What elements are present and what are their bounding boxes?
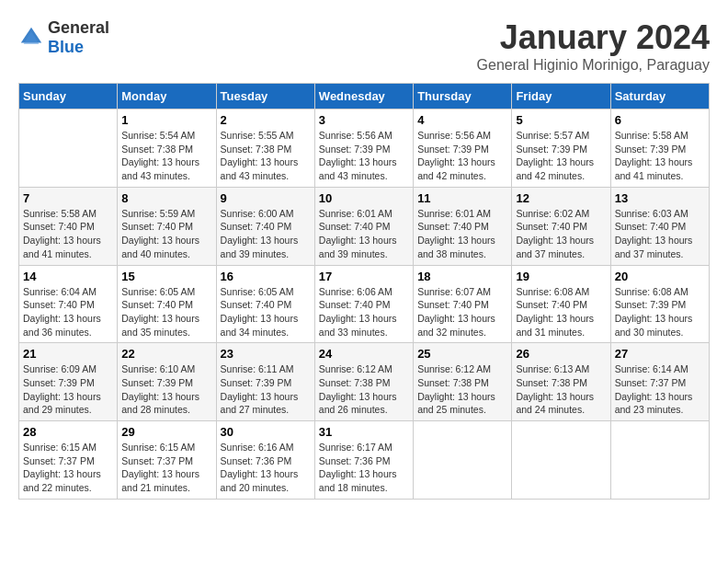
day-number: 4 <box>417 113 507 127</box>
day-info: Sunrise: 6:08 AMSunset: 7:40 PMDaylight:… <box>516 285 606 339</box>
day-info: Sunrise: 6:08 AMSunset: 7:39 PMDaylight:… <box>615 285 705 339</box>
calendar-cell: 26Sunrise: 6:13 AMSunset: 7:38 PMDayligh… <box>512 343 610 421</box>
calendar-cell: 8Sunrise: 5:59 AMSunset: 7:40 PMDaylight… <box>118 187 216 265</box>
day-info: Sunrise: 6:03 AMSunset: 7:40 PMDaylight:… <box>615 207 705 261</box>
day-info: Sunrise: 5:56 AMSunset: 7:39 PMDaylight:… <box>319 129 409 183</box>
day-number: 9 <box>221 191 311 205</box>
day-number: 30 <box>221 425 311 439</box>
calendar-cell <box>414 421 512 500</box>
header-wednesday: Wednesday <box>314 84 413 109</box>
main-title: January 2024 <box>477 18 710 57</box>
calendar-cell: 25Sunrise: 6:12 AMSunset: 7:38 PMDayligh… <box>414 343 512 421</box>
calendar-table: SundayMondayTuesdayWednesdayThursdayFrid… <box>18 83 710 500</box>
day-number: 12 <box>516 191 606 205</box>
calendar-cell: 28Sunrise: 6:15 AMSunset: 7:37 PMDayligh… <box>19 421 118 500</box>
day-info: Sunrise: 5:58 AMSunset: 7:40 PMDaylight:… <box>23 207 113 261</box>
calendar-cell: 22Sunrise: 6:10 AMSunset: 7:39 PMDayligh… <box>118 343 216 421</box>
day-info: Sunrise: 6:12 AMSunset: 7:38 PMDaylight:… <box>319 362 409 417</box>
day-number: 23 <box>221 347 311 361</box>
calendar-cell: 17Sunrise: 6:06 AMSunset: 7:40 PMDayligh… <box>314 265 413 343</box>
calendar-cell: 30Sunrise: 6:16 AMSunset: 7:36 PMDayligh… <box>216 421 314 500</box>
calendar-cell <box>610 421 709 500</box>
day-info: Sunrise: 6:01 AMSunset: 7:40 PMDaylight:… <box>417 207 507 261</box>
calendar-cell: 29Sunrise: 6:15 AMSunset: 7:37 PMDayligh… <box>118 421 216 500</box>
week-row-4: 21Sunrise: 6:09 AMSunset: 7:39 PMDayligh… <box>19 343 710 421</box>
calendar-cell: 18Sunrise: 6:07 AMSunset: 7:40 PMDayligh… <box>414 265 512 343</box>
day-info: Sunrise: 6:17 AMSunset: 7:36 PMDaylight:… <box>319 441 409 495</box>
day-info: Sunrise: 6:02 AMSunset: 7:40 PMDaylight:… <box>516 207 606 261</box>
day-info: Sunrise: 5:56 AMSunset: 7:39 PMDaylight:… <box>417 129 507 183</box>
calendar-cell: 15Sunrise: 6:05 AMSunset: 7:40 PMDayligh… <box>118 265 216 343</box>
day-number: 27 <box>615 347 705 361</box>
calendar-cell <box>19 109 118 188</box>
day-number: 20 <box>615 270 705 283</box>
logo-blue: Blue <box>48 38 84 56</box>
day-number: 21 <box>23 347 113 361</box>
calendar-cell: 3Sunrise: 5:56 AMSunset: 7:39 PMDaylight… <box>314 109 413 188</box>
calendar-cell: 20Sunrise: 6:08 AMSunset: 7:39 PMDayligh… <box>610 265 709 343</box>
subtitle: General Higinio Morinigo, Paraguay <box>477 57 710 74</box>
day-info: Sunrise: 6:15 AMSunset: 7:37 PMDaylight:… <box>121 441 211 495</box>
calendar-cell <box>512 421 610 500</box>
calendar-cell: 21Sunrise: 6:09 AMSunset: 7:39 PMDayligh… <box>19 343 118 421</box>
logo-general: General <box>48 18 109 37</box>
calendar-cell: 7Sunrise: 5:58 AMSunset: 7:40 PMDaylight… <box>19 187 118 265</box>
calendar-cell: 11Sunrise: 6:01 AMSunset: 7:40 PMDayligh… <box>414 187 512 265</box>
header-monday: Monday <box>118 84 216 109</box>
day-info: Sunrise: 5:54 AMSunset: 7:38 PMDaylight:… <box>121 129 211 183</box>
day-info: Sunrise: 6:15 AMSunset: 7:37 PMDaylight:… <box>23 441 113 495</box>
day-info: Sunrise: 6:00 AMSunset: 7:40 PMDaylight:… <box>221 207 311 261</box>
day-info: Sunrise: 6:07 AMSunset: 7:40 PMDaylight:… <box>417 285 507 339</box>
day-number: 8 <box>121 191 211 205</box>
day-info: Sunrise: 5:55 AMSunset: 7:38 PMDaylight:… <box>221 129 311 183</box>
day-number: 29 <box>121 425 211 439</box>
day-info: Sunrise: 6:09 AMSunset: 7:39 PMDaylight:… <box>23 362 113 417</box>
day-info: Sunrise: 6:01 AMSunset: 7:40 PMDaylight:… <box>319 207 409 261</box>
day-number: 25 <box>417 347 507 361</box>
week-row-5: 28Sunrise: 6:15 AMSunset: 7:37 PMDayligh… <box>19 421 710 500</box>
day-number: 31 <box>319 425 409 439</box>
week-row-2: 7Sunrise: 5:58 AMSunset: 7:40 PMDaylight… <box>19 187 710 265</box>
calendar-cell: 14Sunrise: 6:04 AMSunset: 7:40 PMDayligh… <box>19 265 118 343</box>
header-friday: Friday <box>512 84 610 109</box>
logo-icon <box>18 25 44 51</box>
day-number: 14 <box>23 270 113 283</box>
day-number: 16 <box>221 270 311 283</box>
day-number: 17 <box>319 270 409 283</box>
day-number: 18 <box>417 270 507 283</box>
calendar-cell: 31Sunrise: 6:17 AMSunset: 7:36 PMDayligh… <box>314 421 413 500</box>
header-saturday: Saturday <box>610 84 709 109</box>
day-number: 5 <box>516 113 606 127</box>
calendar-cell: 9Sunrise: 6:00 AMSunset: 7:40 PMDaylight… <box>216 187 314 265</box>
day-info: Sunrise: 6:13 AMSunset: 7:38 PMDaylight:… <box>516 362 606 417</box>
day-number: 7 <box>23 191 113 205</box>
calendar-cell: 16Sunrise: 6:05 AMSunset: 7:40 PMDayligh… <box>216 265 314 343</box>
day-info: Sunrise: 6:11 AMSunset: 7:39 PMDaylight:… <box>221 362 311 417</box>
day-number: 24 <box>319 347 409 361</box>
day-info: Sunrise: 5:58 AMSunset: 7:39 PMDaylight:… <box>615 129 705 183</box>
header: General Blue January 2024 General Higini… <box>18 18 710 74</box>
day-info: Sunrise: 6:10 AMSunset: 7:39 PMDaylight:… <box>121 362 211 417</box>
day-info: Sunrise: 6:14 AMSunset: 7:37 PMDaylight:… <box>615 362 705 417</box>
calendar-cell: 19Sunrise: 6:08 AMSunset: 7:40 PMDayligh… <box>512 265 610 343</box>
day-info: Sunrise: 6:04 AMSunset: 7:40 PMDaylight:… <box>23 285 113 339</box>
day-number: 19 <box>516 270 606 283</box>
calendar-cell: 2Sunrise: 5:55 AMSunset: 7:38 PMDaylight… <box>216 109 314 188</box>
day-number: 1 <box>121 113 211 127</box>
day-number: 3 <box>319 113 409 127</box>
calendar-cell: 5Sunrise: 5:57 AMSunset: 7:39 PMDaylight… <box>512 109 610 188</box>
week-row-1: 1Sunrise: 5:54 AMSunset: 7:38 PMDaylight… <box>19 109 710 188</box>
day-info: Sunrise: 5:57 AMSunset: 7:39 PMDaylight:… <box>516 129 606 183</box>
day-number: 2 <box>221 113 311 127</box>
calendar-cell: 23Sunrise: 6:11 AMSunset: 7:39 PMDayligh… <box>216 343 314 421</box>
day-number: 28 <box>23 425 113 439</box>
week-row-3: 14Sunrise: 6:04 AMSunset: 7:40 PMDayligh… <box>19 265 710 343</box>
calendar-cell: 24Sunrise: 6:12 AMSunset: 7:38 PMDayligh… <box>314 343 413 421</box>
calendar-cell: 1Sunrise: 5:54 AMSunset: 7:38 PMDaylight… <box>118 109 216 188</box>
day-info: Sunrise: 5:59 AMSunset: 7:40 PMDaylight:… <box>121 207 211 261</box>
day-number: 11 <box>417 191 507 205</box>
title-area: January 2024 General Higinio Morinigo, P… <box>477 18 710 74</box>
day-number: 10 <box>319 191 409 205</box>
day-info: Sunrise: 6:12 AMSunset: 7:38 PMDaylight:… <box>417 362 507 417</box>
calendar-header-row: SundayMondayTuesdayWednesdayThursdayFrid… <box>19 84 710 109</box>
